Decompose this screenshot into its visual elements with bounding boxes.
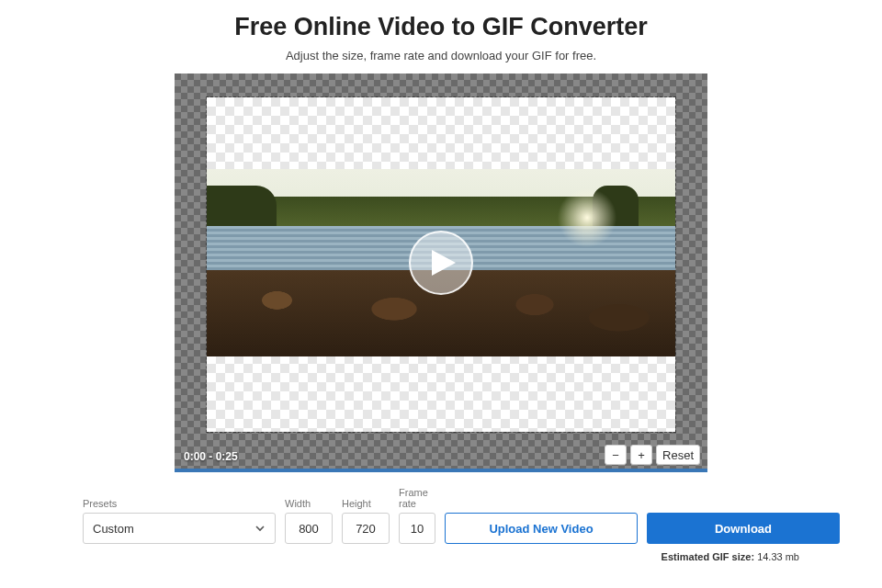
zoom-out-button[interactable]: − [605,445,627,465]
zoom-in-button[interactable]: + [630,445,652,465]
zoom-reset-button[interactable]: Reset [656,445,700,465]
page-title: Free Online Video to GIF Converter [234,13,648,41]
height-label: Height [342,498,390,509]
time-range: 0:00 - 0:25 [184,450,238,463]
estimate-value: 14.33 mb [757,551,799,562]
framerate-input[interactable] [399,513,435,544]
chevron-down-icon [254,523,266,534]
page-subtitle: Adjust the size, frame rate and download… [286,49,596,62]
video-preview [207,169,675,356]
framerate-label: Frame rate [399,487,435,509]
play-button[interactable] [409,231,473,295]
height-input[interactable] [342,513,390,544]
presets-select[interactable]: Custom [83,513,276,544]
video-stage[interactable]: 0:00 - 0:25 − + Reset [175,74,707,472]
zoom-controls: − + Reset [605,445,700,465]
estimate-label: Estimated GIF size: [662,551,754,562]
download-button[interactable]: Download [647,513,840,544]
presets-value: Custom [93,522,134,536]
progress-bar[interactable] [175,469,707,472]
width-input[interactable] [285,513,333,544]
width-label: Width [285,498,333,509]
play-icon [432,250,456,276]
estimate-row: Estimated GIF size: 14.33 mb [83,551,799,562]
presets-label: Presets [83,498,276,509]
upload-button[interactable]: Upload New Video [445,513,638,544]
